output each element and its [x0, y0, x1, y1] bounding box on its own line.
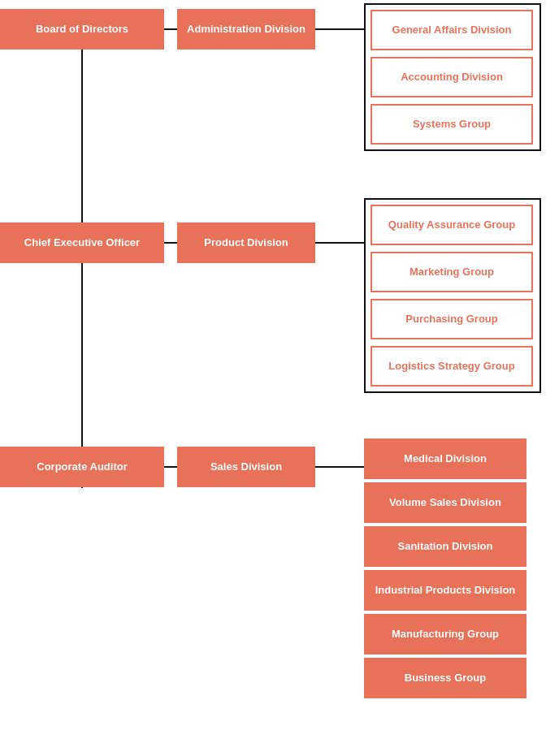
sanitation-box: Sanitation Division — [364, 526, 526, 567]
board-box: Board of Directors — [0, 9, 164, 50]
business-box: Business Group — [364, 658, 526, 698]
product-group: Quality Assurance Group Marketing Group … — [364, 198, 541, 393]
industrial-box: Industrial Products Division — [364, 570, 526, 611]
org-chart: Board of Directors Chief Executive Offic… — [0, 0, 546, 756]
quality-box: Quality Assurance Group — [370, 205, 533, 245]
volume-sales-box: Volume Sales Division — [364, 482, 526, 523]
systems-box: Systems Group — [370, 104, 533, 145]
purchasing-box: Purchasing Group — [370, 299, 533, 339]
admin-group: General Affairs Division Accounting Divi… — [364, 3, 541, 151]
admin-box: Administration Division — [177, 9, 315, 50]
manufacturing-box: Manufacturing Group — [364, 614, 526, 654]
marketing-box: Marketing Group — [370, 252, 533, 292]
auditor-box: Corporate Auditor — [0, 447, 164, 487]
product-box: Product Division — [177, 222, 315, 263]
sales-box: Sales Division — [177, 447, 315, 487]
medical-box: Medical Division — [364, 438, 526, 479]
logistics-box: Logistics Strategy Group — [370, 346, 533, 387]
sales-group: Medical Division Volume Sales Division S… — [364, 438, 541, 702]
ceo-box: Chief Executive Officer — [0, 222, 164, 263]
accounting-box: Accounting Division — [370, 57, 533, 97]
general-affairs-box: General Affairs Division — [370, 10, 533, 50]
